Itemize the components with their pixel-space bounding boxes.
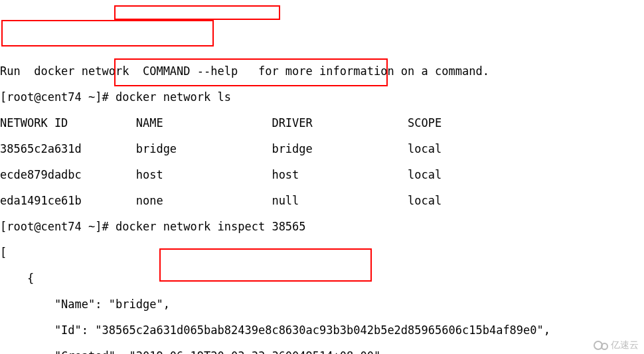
highlight-box-cmd1 xyxy=(114,5,280,20)
network-row-none: eda1491ce61b none null local xyxy=(0,195,644,208)
network-row-host: ecde879dadbc host host local xyxy=(0,169,644,182)
cloud-icon xyxy=(594,340,608,349)
prompt-line-1[interactable]: [root@cent74 ~]# docker network ls xyxy=(0,91,644,104)
json-line: "Id": "38565c2a631d065bab82439e8c8630ac9… xyxy=(0,324,644,337)
json-line: [ xyxy=(0,246,644,260)
prompt-prefix: [root@cent74 ~] xyxy=(0,220,102,233)
json-line: "Name": "bridge", xyxy=(0,298,644,311)
highlight-box-bridge-row xyxy=(1,20,214,46)
prompt-line-2[interactable]: [root@cent74 ~]# docker network inspect … xyxy=(0,221,644,234)
terminal-output: Run docker network COMMAND --help for mo… xyxy=(0,52,644,354)
json-line: { xyxy=(0,272,644,286)
network-row-bridge: 38565c2a631d bridge bridge local xyxy=(0,143,644,156)
hint-line: Run docker network COMMAND --help for mo… xyxy=(0,65,644,78)
command-2: # docker network inspect 38565 xyxy=(102,220,306,233)
watermark-text: 亿速云 xyxy=(611,339,639,350)
table-header: NETWORK ID NAME DRIVER SCOPE xyxy=(0,117,644,130)
watermark: 亿速云 xyxy=(594,339,639,350)
prompt-prefix: [root@cent74 ~] xyxy=(0,90,102,104)
command-1: # docker network ls xyxy=(102,90,231,104)
json-line: "Created": "2019-06-19T20:03:33.36004951… xyxy=(0,350,644,354)
